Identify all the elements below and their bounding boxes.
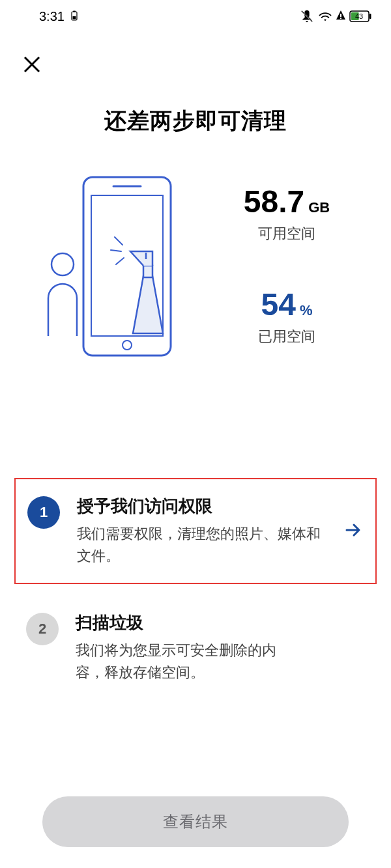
status-left: 3:31: [39, 9, 78, 24]
svg-point-16: [51, 253, 74, 275]
storage-stats: 58.7GB 可用空间 54% 已用空间: [195, 186, 365, 346]
step-title: 授予我们访问权限: [77, 495, 331, 518]
battery-small-icon: [71, 9, 78, 24]
svg-rect-5: [340, 14, 341, 17]
page-title: 还差两步即可清理: [0, 106, 391, 136]
svg-rect-1: [73, 10, 76, 12]
svg-line-18: [115, 237, 123, 245]
step-number-badge: 1: [27, 496, 60, 529]
battery-level: 43: [349, 10, 369, 22]
used-space-block: 54% 已用空间: [258, 289, 315, 346]
free-space-unit: GB: [308, 199, 330, 216]
svg-rect-2: [72, 16, 76, 20]
free-space-label: 可用空间: [244, 224, 330, 244]
alert-icon: [336, 10, 345, 22]
used-space-value: 54: [261, 287, 296, 322]
phone-clean-illustration: [46, 172, 195, 361]
battery-icon: 43: [349, 10, 371, 22]
status-right: 43: [300, 9, 371, 23]
used-space-unit: %: [300, 302, 313, 318]
steps-list: 1 授予我们访问权限 我们需要权限，清理您的照片、媒体和文件。 2 扫描垃圾 我…: [0, 478, 391, 699]
mute-icon: [300, 9, 314, 23]
svg-line-20: [116, 258, 124, 264]
status-time: 3:31: [39, 9, 65, 24]
step-title: 扫描垃圾: [76, 611, 287, 634]
svg-line-19: [111, 250, 121, 251]
svg-rect-17: [143, 266, 152, 277]
step-desc: 我们需要权限，清理您的照片、媒体和文件。: [77, 523, 331, 567]
hero: 58.7GB 可用空间 54% 已用空间: [0, 172, 391, 361]
close-button[interactable]: [20, 52, 44, 77]
svg-rect-6: [340, 18, 341, 19]
view-results-button[interactable]: 查看结果: [42, 796, 349, 847]
step-grant-permission[interactable]: 1 授予我们访问权限 我们需要权限，清理您的照片、媒体和文件。: [14, 478, 377, 584]
svg-rect-8: [369, 14, 371, 19]
step-desc: 我们将为您显示可安全删除的内容，释放存储空间。: [76, 639, 287, 684]
arrow-right-icon: [343, 520, 362, 542]
free-space-block: 58.7GB 可用空间: [244, 186, 330, 244]
status-bar: 3:31 43: [0, 0, 391, 33]
svg-point-15: [123, 341, 132, 350]
used-space-label: 已用空间: [258, 327, 315, 346]
close-icon: [22, 55, 42, 74]
step-number-badge: 2: [26, 613, 59, 645]
step-scan-junk: 2 扫描垃圾 我们将为您显示可安全删除的内容，释放存储空间。: [14, 596, 377, 699]
free-space-value: 58.7: [244, 184, 304, 219]
wifi-icon: [318, 10, 332, 22]
